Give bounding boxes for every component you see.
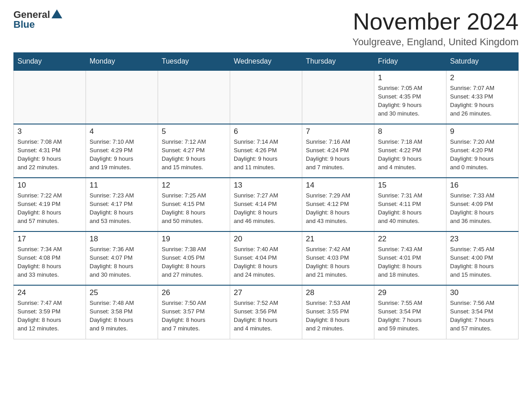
day-number: 13 (234, 181, 298, 190)
day-number: 25 (90, 288, 154, 297)
day-info: Sunrise: 7:38 AM Sunset: 4:05 PM Dayligh… (162, 245, 226, 279)
day-info: Sunrise: 7:25 AM Sunset: 4:15 PM Dayligh… (162, 192, 226, 225)
day-number: 21 (306, 235, 370, 244)
day-number: 20 (234, 235, 298, 244)
weekday-header-friday: Friday (374, 53, 446, 71)
day-info: Sunrise: 7:52 AM Sunset: 3:56 PM Dayligh… (234, 299, 298, 333)
calendar-cell: 4Sunrise: 7:10 AM Sunset: 4:29 PM Daylig… (86, 124, 158, 178)
calendar-cell: 30Sunrise: 7:56 AM Sunset: 3:54 PM Dayli… (446, 285, 519, 339)
calendar-cell: 21Sunrise: 7:42 AM Sunset: 4:03 PM Dayli… (302, 231, 374, 285)
day-number: 19 (162, 235, 226, 244)
calendar-week-row: 24Sunrise: 7:47 AM Sunset: 3:59 PM Dayli… (14, 285, 519, 339)
day-info: Sunrise: 7:31 AM Sunset: 4:11 PM Dayligh… (378, 192, 442, 225)
day-number: 16 (450, 181, 515, 190)
calendar-cell: 26Sunrise: 7:50 AM Sunset: 3:57 PM Dayli… (158, 285, 230, 339)
day-number: 1 (378, 73, 442, 82)
day-info: Sunrise: 7:05 AM Sunset: 4:35 PM Dayligh… (378, 84, 442, 118)
day-number: 30 (450, 288, 515, 297)
day-number: 27 (234, 288, 298, 297)
calendar-table: SundayMondayTuesdayWednesdayThursdayFrid… (13, 52, 519, 339)
day-info: Sunrise: 7:48 AM Sunset: 3:58 PM Dayligh… (90, 299, 154, 333)
day-number: 15 (378, 181, 442, 190)
calendar-cell: 5Sunrise: 7:12 AM Sunset: 4:27 PM Daylig… (158, 124, 230, 178)
day-number: 12 (162, 181, 226, 190)
calendar-cell: 25Sunrise: 7:48 AM Sunset: 3:58 PM Dayli… (86, 285, 158, 339)
calendar-cell (158, 70, 230, 124)
day-info: Sunrise: 7:55 AM Sunset: 3:54 PM Dayligh… (378, 299, 442, 333)
calendar-cell (302, 70, 374, 124)
page-header: General Blue November 2024 Youlgreave, E… (13, 9, 519, 48)
calendar-cell: 2Sunrise: 7:07 AM Sunset: 4:33 PM Daylig… (446, 70, 519, 124)
calendar-cell: 10Sunrise: 7:22 AM Sunset: 4:19 PM Dayli… (14, 178, 86, 231)
day-info: Sunrise: 7:18 AM Sunset: 4:22 PM Dayligh… (378, 138, 442, 171)
calendar-header-row: SundayMondayTuesdayWednesdayThursdayFrid… (14, 53, 519, 71)
day-info: Sunrise: 7:12 AM Sunset: 4:27 PM Dayligh… (162, 138, 226, 171)
calendar-cell: 12Sunrise: 7:25 AM Sunset: 4:15 PM Dayli… (158, 178, 230, 231)
calendar-cell: 15Sunrise: 7:31 AM Sunset: 4:11 PM Dayli… (374, 178, 446, 231)
calendar-cell: 28Sunrise: 7:53 AM Sunset: 3:55 PM Dayli… (302, 285, 374, 339)
calendar-cell: 13Sunrise: 7:27 AM Sunset: 4:14 PM Dayli… (230, 178, 302, 231)
calendar-cell: 27Sunrise: 7:52 AM Sunset: 3:56 PM Dayli… (230, 285, 302, 339)
day-info: Sunrise: 7:43 AM Sunset: 4:01 PM Dayligh… (378, 245, 442, 279)
day-number: 9 (450, 127, 515, 136)
day-info: Sunrise: 7:16 AM Sunset: 4:24 PM Dayligh… (306, 138, 370, 171)
day-info: Sunrise: 7:56 AM Sunset: 3:54 PM Dayligh… (450, 299, 515, 333)
calendar-cell: 16Sunrise: 7:33 AM Sunset: 4:09 PM Dayli… (446, 178, 519, 231)
calendar-week-row: 3Sunrise: 7:08 AM Sunset: 4:31 PM Daylig… (14, 124, 519, 178)
calendar-cell: 3Sunrise: 7:08 AM Sunset: 4:31 PM Daylig… (14, 124, 86, 178)
calendar-cell: 18Sunrise: 7:36 AM Sunset: 4:07 PM Dayli… (86, 231, 158, 285)
day-number: 14 (306, 181, 370, 190)
calendar-cell: 1Sunrise: 7:05 AM Sunset: 4:35 PM Daylig… (374, 70, 446, 124)
weekday-header-tuesday: Tuesday (158, 53, 230, 71)
calendar-cell: 7Sunrise: 7:16 AM Sunset: 4:24 PM Daylig… (302, 124, 374, 178)
calendar-cell: 22Sunrise: 7:43 AM Sunset: 4:01 PM Dayli… (374, 231, 446, 285)
calendar-cell: 14Sunrise: 7:29 AM Sunset: 4:12 PM Dayli… (302, 178, 374, 231)
weekday-header-wednesday: Wednesday (230, 53, 302, 71)
day-number: 7 (306, 127, 370, 136)
day-info: Sunrise: 7:53 AM Sunset: 3:55 PM Dayligh… (306, 299, 370, 333)
calendar-week-row: 10Sunrise: 7:22 AM Sunset: 4:19 PM Dayli… (14, 178, 519, 231)
day-info: Sunrise: 7:14 AM Sunset: 4:26 PM Dayligh… (234, 138, 298, 171)
logo-blue-text: Blue (13, 19, 35, 30)
day-info: Sunrise: 7:27 AM Sunset: 4:14 PM Dayligh… (234, 192, 298, 225)
day-number: 26 (162, 288, 226, 297)
day-info: Sunrise: 7:10 AM Sunset: 4:29 PM Dayligh… (90, 138, 154, 171)
month-title: November 2024 (352, 9, 519, 34)
day-info: Sunrise: 7:08 AM Sunset: 4:31 PM Dayligh… (17, 138, 82, 171)
calendar-cell: 11Sunrise: 7:23 AM Sunset: 4:17 PM Dayli… (86, 178, 158, 231)
weekday-header-thursday: Thursday (302, 53, 374, 71)
title-section: November 2024 Youlgreave, England, Unite… (352, 9, 519, 48)
day-number: 10 (17, 181, 82, 190)
calendar-week-row: 17Sunrise: 7:34 AM Sunset: 4:08 PM Dayli… (14, 231, 519, 285)
day-info: Sunrise: 7:45 AM Sunset: 4:00 PM Dayligh… (450, 245, 515, 279)
day-info: Sunrise: 7:23 AM Sunset: 4:17 PM Dayligh… (90, 192, 154, 225)
calendar-cell: 17Sunrise: 7:34 AM Sunset: 4:08 PM Dayli… (14, 231, 86, 285)
day-number: 24 (17, 288, 82, 297)
calendar-cell (230, 70, 302, 124)
logo: General Blue (13, 9, 62, 30)
day-number: 4 (90, 127, 154, 136)
calendar-week-row: 1Sunrise: 7:05 AM Sunset: 4:35 PM Daylig… (14, 70, 519, 124)
day-number: 8 (378, 127, 442, 136)
logo-triangle-icon (51, 9, 62, 18)
day-info: Sunrise: 7:42 AM Sunset: 4:03 PM Dayligh… (306, 245, 370, 279)
day-info: Sunrise: 7:34 AM Sunset: 4:08 PM Dayligh… (17, 245, 82, 279)
weekday-header-sunday: Sunday (14, 53, 86, 71)
day-number: 17 (17, 235, 82, 244)
calendar-cell: 8Sunrise: 7:18 AM Sunset: 4:22 PM Daylig… (374, 124, 446, 178)
day-number: 6 (234, 127, 298, 136)
day-number: 22 (378, 235, 442, 244)
day-info: Sunrise: 7:40 AM Sunset: 4:04 PM Dayligh… (234, 245, 298, 279)
calendar-cell (86, 70, 158, 124)
calendar-cell (14, 70, 86, 124)
day-info: Sunrise: 7:22 AM Sunset: 4:19 PM Dayligh… (17, 192, 82, 225)
location-title: Youlgreave, England, United Kingdom (352, 36, 519, 48)
calendar-cell: 6Sunrise: 7:14 AM Sunset: 4:26 PM Daylig… (230, 124, 302, 178)
weekday-header-monday: Monday (86, 53, 158, 71)
day-info: Sunrise: 7:36 AM Sunset: 4:07 PM Dayligh… (90, 245, 154, 279)
calendar-cell: 9Sunrise: 7:20 AM Sunset: 4:20 PM Daylig… (446, 124, 519, 178)
day-info: Sunrise: 7:20 AM Sunset: 4:20 PM Dayligh… (450, 138, 515, 171)
day-number: 2 (450, 73, 515, 82)
day-info: Sunrise: 7:33 AM Sunset: 4:09 PM Dayligh… (450, 192, 515, 225)
day-number: 3 (17, 127, 82, 136)
